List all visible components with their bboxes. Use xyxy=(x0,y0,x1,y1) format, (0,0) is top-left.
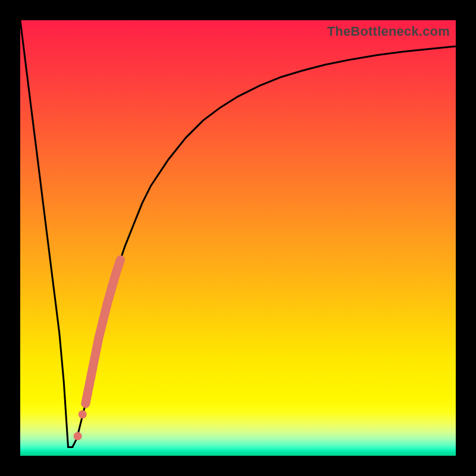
watermark-text: TheBottleneck.com xyxy=(327,24,450,39)
curve-layer xyxy=(20,20,456,456)
highlight-segment xyxy=(86,260,121,404)
highlight-dot xyxy=(74,432,82,440)
highlight-dot xyxy=(79,411,87,419)
chart-frame: TheBottleneck.com xyxy=(0,0,476,476)
plot-area: TheBottleneck.com xyxy=(20,20,456,456)
